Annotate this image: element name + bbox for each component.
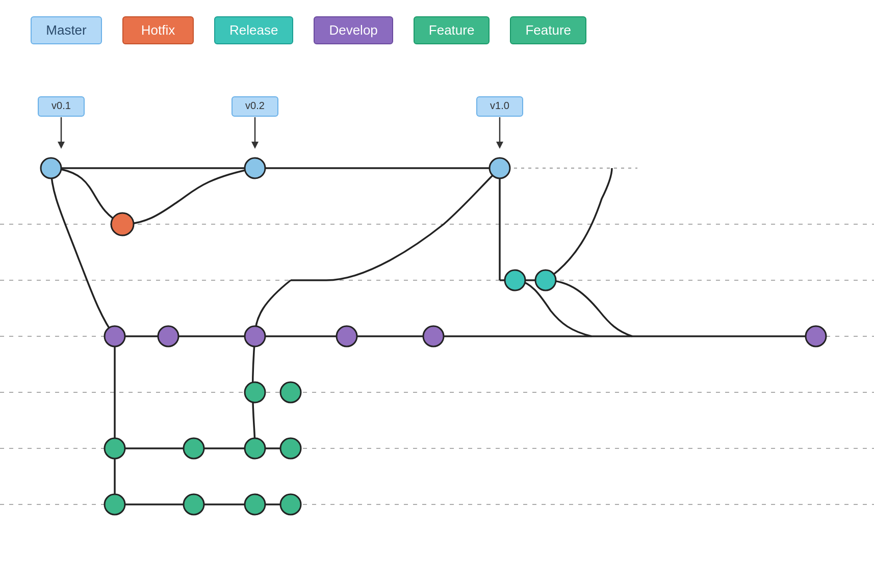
svg-point-24 [535, 270, 556, 290]
svg-point-40 [280, 494, 301, 515]
svg-point-31 [245, 382, 265, 403]
svg-point-30 [806, 326, 826, 346]
legend-master: Master [31, 16, 102, 44]
svg-point-38 [184, 494, 204, 515]
svg-point-26 [158, 326, 178, 346]
legend-hotfix: Hotfix [122, 16, 194, 44]
svg-text:v0.2: v0.2 [245, 100, 265, 111]
svg-point-23 [505, 270, 525, 290]
svg-point-33 [105, 438, 125, 459]
svg-marker-13 [58, 142, 65, 149]
legend-develop-label: Develop [329, 22, 377, 38]
svg-point-35 [245, 438, 265, 459]
legend-area: Master Hotfix Release Develop Feature Fe… [0, 0, 874, 61]
svg-text:v1.0: v1.0 [490, 100, 509, 111]
svg-point-36 [280, 438, 301, 459]
svg-point-37 [105, 494, 125, 515]
svg-point-27 [245, 326, 265, 346]
svg-point-19 [41, 158, 61, 178]
legend-release-label: Release [229, 22, 278, 38]
legend-feature1-label: Feature [429, 22, 475, 38]
main-container: Master Hotfix Release Develop Feature Fe… [0, 0, 874, 588]
svg-point-20 [245, 158, 265, 178]
svg-point-34 [184, 438, 204, 459]
svg-point-22 [111, 213, 134, 235]
legend-feature2-label: Feature [525, 22, 571, 38]
legend-develop: Develop [314, 16, 393, 44]
legend-master-label: Master [46, 22, 86, 38]
git-flow-diagram: v0.1 v0.2 v1.0 [0, 66, 874, 588]
svg-point-32 [280, 382, 301, 403]
legend-hotfix-label: Hotfix [141, 22, 175, 38]
legend-feature2: Feature [510, 16, 586, 44]
legend-release: Release [214, 16, 293, 44]
svg-point-25 [105, 326, 125, 346]
svg-point-39 [245, 494, 265, 515]
legend-feature1: Feature [414, 16, 490, 44]
svg-text:v0.1: v0.1 [52, 100, 71, 111]
svg-point-28 [337, 326, 357, 346]
svg-point-21 [490, 158, 510, 178]
svg-marker-15 [251, 142, 259, 149]
svg-point-29 [423, 326, 444, 346]
svg-marker-17 [496, 142, 503, 149]
